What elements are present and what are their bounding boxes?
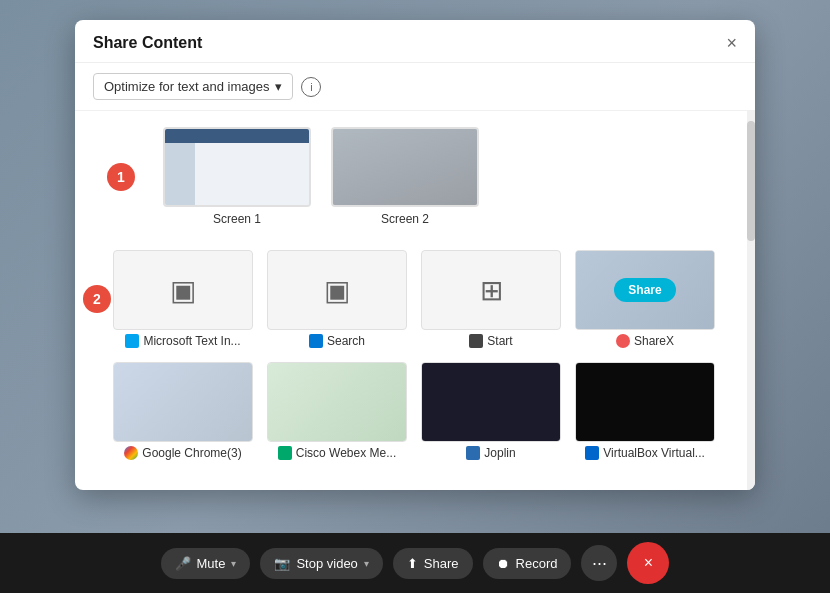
end-call-button[interactable]: × (627, 542, 669, 584)
screens-section: 1 Screen 1 (93, 127, 737, 226)
dropdown-chevron: ▾ (275, 79, 282, 94)
app-vbox-thumb (575, 362, 715, 442)
modal-close-button[interactable]: × (726, 34, 737, 52)
app-ms-text[interactable]: ▣ Microsoft Text In... (113, 250, 253, 348)
app-start-thumb: ⊞ (421, 250, 561, 330)
app-joplin-label: Joplin (484, 446, 515, 460)
share-icon: ⬆ (407, 556, 418, 571)
stop-video-button[interactable]: 📷 Stop video ▾ (260, 548, 382, 579)
app-start-favicon (469, 334, 483, 348)
mic-icon: 🎤 (175, 556, 191, 571)
screen-row: Screen 1 Screen 2 (163, 127, 737, 226)
modal-body: 1 Screen 1 (75, 111, 755, 490)
app-search-thumb: ▣ (267, 250, 407, 330)
share-button[interactable]: ⬆ Share (393, 548, 473, 579)
app-sharex-label: ShareX (634, 334, 674, 348)
app-chrome-label-row: Google Chrome(3) (124, 446, 241, 460)
optimize-label: Optimize for text and images (104, 79, 269, 94)
sharex-share-button: Share (614, 278, 675, 302)
record-label: Record (516, 556, 558, 571)
toolbar: 🎤 Mute ▾ 📷 Stop video ▾ ⬆ Share ⏺ Record… (0, 533, 830, 593)
stop-video-label: Stop video (296, 556, 357, 571)
app-webex[interactable]: Cisco Webex Me... (267, 362, 407, 460)
app-chrome-label: Google Chrome(3) (142, 446, 241, 460)
video-chevron: ▾ (364, 558, 369, 569)
screen2-label: Screen 2 (381, 212, 429, 226)
app-sharex-thumb: Share (575, 250, 715, 330)
app-webex-label: Cisco Webex Me... (296, 446, 396, 460)
screen2-item[interactable]: Screen 2 (331, 127, 479, 226)
record-icon: ⏺ (497, 556, 510, 571)
app-joplin[interactable]: Joplin (421, 362, 561, 460)
app-vbox-favicon (585, 446, 599, 460)
close-icon: × (644, 554, 653, 572)
app-start-label: Start (487, 334, 512, 348)
modal-toolbar: Optimize for text and images ▾ i (75, 63, 755, 111)
section-2-badge: 2 (83, 285, 111, 313)
optimize-dropdown[interactable]: Optimize for text and images ▾ (93, 73, 293, 100)
app-start-icon: ⊞ (480, 274, 503, 307)
app-ms-favicon (125, 334, 139, 348)
mute-label: Mute (197, 556, 226, 571)
record-button[interactable]: ⏺ Record (483, 548, 572, 579)
apps-row-1: 2 ▣ Microsoft Text In... ▣ (93, 250, 737, 348)
app-vbox[interactable]: VirtualBox Virtual... (575, 362, 715, 460)
app-search-icon: ▣ (324, 274, 350, 307)
app-sharex[interactable]: Share ShareX (575, 250, 715, 348)
app-sharex-label-row: ShareX (616, 334, 674, 348)
app-search-label: Search (327, 334, 365, 348)
app-webex-label-row: Cisco Webex Me... (278, 446, 396, 460)
section-1-badge: 1 (107, 163, 135, 191)
app-vbox-label-row: VirtualBox Virtual... (585, 446, 705, 460)
scrollbar-thumb[interactable] (747, 121, 755, 241)
app-webex-thumb (267, 362, 407, 442)
screen1-item[interactable]: Screen 1 (163, 127, 311, 226)
joplin-bg (422, 363, 560, 441)
info-icon[interactable]: i (301, 77, 321, 97)
app-ms-text-icon: ▣ (170, 274, 196, 307)
vbox-bg (576, 363, 714, 441)
mute-chevron: ▾ (231, 558, 236, 569)
share-content-modal: Share Content × Optimize for text and im… (75, 20, 755, 490)
video-icon: 📷 (274, 556, 290, 571)
app-ms-text-thumb: ▣ (113, 250, 253, 330)
share-label: Share (424, 556, 459, 571)
app-joplin-thumb (421, 362, 561, 442)
mute-button[interactable]: 🎤 Mute ▾ (161, 548, 251, 579)
app-search[interactable]: ▣ Search (267, 250, 407, 348)
chrome-bg (114, 363, 252, 441)
app-search-label-row: Search (309, 334, 365, 348)
sharex-bg: Share (576, 251, 714, 329)
app-start-label-row: Start (469, 334, 512, 348)
app-ms-label: Microsoft Text In... (143, 334, 240, 348)
app-search-favicon (309, 334, 323, 348)
webex-bg (268, 363, 406, 441)
app-chrome[interactable]: Google Chrome(3) (113, 362, 253, 460)
app-joplin-favicon (466, 446, 480, 460)
modal-overlay: Share Content × Optimize for text and im… (0, 0, 830, 533)
screen1-thumbnail (163, 127, 311, 207)
modal-title: Share Content (93, 34, 202, 52)
app-webex-favicon (278, 446, 292, 460)
app-chrome-thumb (113, 362, 253, 442)
sharex-overlay: Share (576, 251, 714, 329)
more-button[interactable]: ··· (581, 545, 617, 581)
app-chrome-favicon (124, 446, 138, 460)
screen1-label: Screen 1 (213, 212, 261, 226)
app-start[interactable]: ⊞ Start (421, 250, 561, 348)
app-vbox-label: VirtualBox Virtual... (603, 446, 705, 460)
scrollbar-track[interactable] (747, 111, 755, 490)
more-label: ··· (592, 553, 607, 574)
app-ms-text-label-row: Microsoft Text In... (125, 334, 240, 348)
modal-header: Share Content × (75, 20, 755, 63)
app-joplin-label-row: Joplin (466, 446, 515, 460)
app-sharex-favicon (616, 334, 630, 348)
screen2-thumbnail (331, 127, 479, 207)
apps-row-2: Google Chrome(3) Cisco Webex Me... (93, 362, 737, 460)
